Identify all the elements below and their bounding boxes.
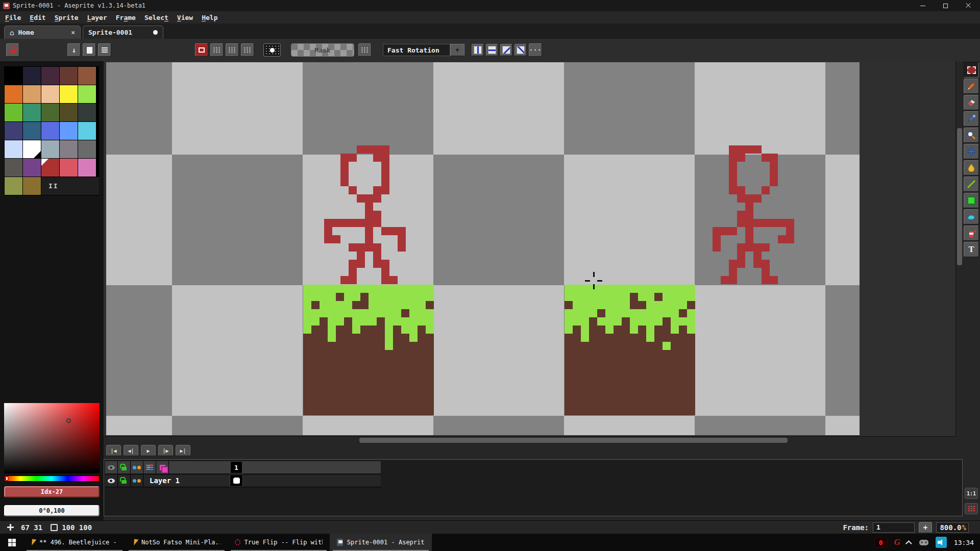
palette-swatch-4[interactable] [78, 67, 96, 85]
palette-swatch-8[interactable] [60, 85, 78, 103]
palette-swatch-23[interactable] [60, 140, 78, 158]
vertical-scrollbar-thumb[interactable] [957, 128, 962, 265]
frame-number-header[interactable]: 1 [230, 461, 242, 473]
next-frame-button[interactable]: |▶ [158, 445, 173, 456]
tab-sprite[interactable]: Sprite-0001 [83, 26, 163, 39]
hue-slider-marker[interactable] [6, 477, 8, 481]
palette-swatch-0[interactable] [5, 67, 22, 85]
tray-counter-icon[interactable]: 0 [875, 537, 887, 547]
symmetry-diagonal-button[interactable] [500, 44, 512, 56]
symmetry-antidiagonal-button[interactable] [514, 44, 527, 56]
color-picker-marker[interactable] [66, 418, 71, 423]
taskbar-item-2[interactable]: True Flip -- Flip witho... [228, 534, 330, 551]
palette-swatch-21[interactable] [23, 140, 41, 158]
timeline-toggle-button[interactable] [965, 503, 978, 514]
palette-swatch-11[interactable] [23, 104, 41, 121]
palette-swatch-28[interactable] [60, 159, 78, 177]
zoom-tool-button[interactable] [964, 128, 979, 143]
taskbar-item-3[interactable]: Sprite-0001 - Aseprite... [330, 534, 432, 551]
zoom-field[interactable]: 800.0 % [936, 522, 969, 533]
color-picker-gradient[interactable] [4, 403, 100, 473]
sprite-canvas[interactable] [106, 62, 860, 435]
text-tool-button[interactable]: T [964, 242, 979, 257]
rotation-algorithm-select[interactable]: Fast Rotation [383, 44, 450, 56]
menu-layer[interactable]: Layer [87, 14, 107, 21]
header-lock-toggle[interactable] [118, 461, 131, 473]
foreground-color-button[interactable]: Idx-27 [4, 486, 100, 497]
palette-swatch-7[interactable] [41, 85, 59, 103]
tab-home[interactable]: ⌂ Home × [4, 26, 81, 39]
palette-swatch-6[interactable] [23, 85, 41, 103]
add-frame-button[interactable]: + [919, 522, 932, 533]
palette-swatch-20[interactable] [5, 140, 22, 158]
frame-input[interactable] [873, 522, 915, 533]
layer-name[interactable]: Layer 1 [143, 474, 381, 487]
palette-swatch-27[interactable] [41, 159, 59, 177]
new-from-selection-button[interactable] [83, 43, 96, 57]
palette-swatch-16[interactable] [23, 122, 41, 140]
header-timeline-options[interactable] [143, 461, 156, 473]
eyedropper-tool-button[interactable] [964, 111, 979, 127]
palette-swatch-24[interactable] [78, 140, 96, 158]
line-tool-button[interactable] [964, 177, 979, 192]
first-frame-button[interactable]: |◀ [106, 445, 121, 456]
bucket-tool-button[interactable] [964, 160, 979, 176]
palette-swatch-22[interactable] [41, 140, 59, 158]
menu-view[interactable]: View [177, 14, 193, 21]
symmetry-vertical-button[interactable] [472, 44, 484, 56]
one-to-one-zoom-button[interactable]: 1:1 [965, 488, 978, 499]
dither-pattern-1-button[interactable] [210, 43, 224, 57]
mask-button[interactable]: Mask [291, 43, 354, 57]
layer-row[interactable]: Layer 1 [105, 474, 381, 487]
palette-swatch-2[interactable] [41, 67, 59, 85]
symmetry-horizontal-button[interactable] [486, 44, 498, 56]
header-onion-skin-toggle[interactable] [156, 461, 169, 473]
menu-select[interactable]: Select [144, 14, 168, 21]
palette-swatch-12[interactable] [41, 104, 59, 121]
menu-help[interactable]: Help [202, 14, 217, 21]
palette-resize-gripper[interactable]: II [41, 177, 99, 195]
prev-frame-button[interactable]: ◀| [124, 445, 138, 456]
tray-expand-chevron-icon[interactable] [905, 540, 912, 547]
palette-swatch-15[interactable] [5, 122, 22, 140]
layer-lock-toggle[interactable] [118, 474, 131, 487]
vertical-scrollbar[interactable] [955, 61, 963, 436]
close-button[interactable] [957, 0, 980, 11]
volume-icon[interactable] [936, 537, 947, 548]
lock-alpha-button[interactable] [6, 43, 19, 57]
brush-preview-button[interactable] [263, 43, 281, 57]
header-continuous-toggle[interactable] [131, 461, 143, 473]
last-frame-button[interactable]: ▶| [176, 445, 190, 456]
symmetry-options-button[interactable]: ··· [529, 43, 542, 57]
drop-pixels-button[interactable]: ↓ [67, 43, 81, 57]
taskbar-item-0[interactable]: ** 496. Beetlejuice - ... [23, 534, 126, 551]
taskbar-item-1[interactable]: NotSo Fatso Mini-Pla... [126, 534, 228, 551]
palette-swatch-3[interactable] [60, 67, 78, 85]
eraser-tool-button[interactable] [964, 95, 979, 110]
rectangle-tool-button[interactable] [964, 193, 979, 208]
layer-continuous-toggle[interactable] [131, 474, 143, 487]
hue-slider[interactable] [4, 475, 100, 482]
maximize-button[interactable] [934, 0, 957, 11]
menu-frame[interactable]: Frame [116, 14, 136, 21]
dither-pattern-3-button[interactable] [241, 43, 254, 57]
minimize-button[interactable] [911, 0, 934, 11]
gamepad-icon[interactable] [919, 540, 928, 545]
palette-swatch-30[interactable] [5, 177, 22, 195]
background-color-button[interactable]: 0°0,100 [4, 505, 100, 516]
selection-options-button[interactable] [98, 43, 111, 57]
canvas-workspace[interactable] [104, 61, 955, 436]
palette-swatch-13[interactable] [60, 104, 78, 121]
menu-sprite[interactable]: Sprite [55, 14, 79, 21]
tab-home-close-icon[interactable]: × [71, 29, 75, 36]
horizontal-scrollbar[interactable] [104, 436, 955, 443]
palette-swatch-31[interactable] [23, 177, 41, 195]
menu-edit[interactable]: Edit [30, 14, 45, 21]
header-visibility-toggle[interactable] [105, 461, 118, 473]
palette-swatch-29[interactable] [78, 159, 96, 177]
play-button[interactable]: ▶ [141, 445, 156, 456]
dither-pattern-2-button[interactable] [226, 43, 239, 57]
horizontal-scrollbar-thumb[interactable] [359, 438, 788, 443]
spray-tool-button[interactable] [964, 226, 979, 241]
palette-swatch-17[interactable] [41, 122, 59, 140]
